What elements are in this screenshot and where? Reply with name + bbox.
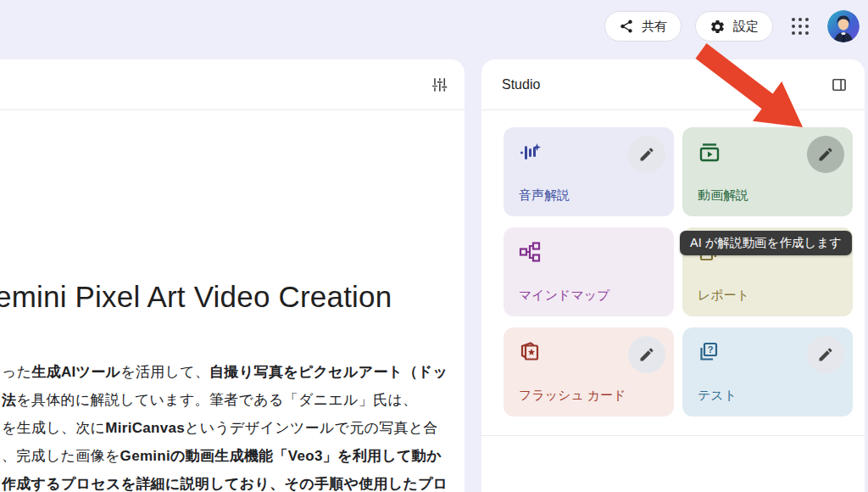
quiz-edit-button[interactable] <box>807 336 844 373</box>
document-panel-header <box>0 59 465 110</box>
studio-panel-header: Studio <box>481 59 865 110</box>
share-button[interactable]: 共有 <box>604 11 682 42</box>
card-audio-overview[interactable]: 音声解説 <box>504 127 674 216</box>
card-flashcards-label: フラッシュ カード <box>519 388 626 404</box>
audio-waveform-sparkle-icon <box>519 141 542 168</box>
audio-overview-edit-button[interactable] <box>628 136 665 173</box>
card-flashcards[interactable]: フラッシュ カード <box>504 327 674 417</box>
flashcards-edit-button[interactable] <box>628 336 665 373</box>
card-mindmap[interactable]: マインドマップ <box>504 227 674 316</box>
share-icon <box>619 19 634 34</box>
card-quiz[interactable]: ? テスト <box>682 327 853 417</box>
settings-button-label: 設定 <box>733 19 759 35</box>
document-summary-text: った生成AIツールを活用して、自撮り写真をピクセルアート（ドッ法を具体的に解説し… <box>2 358 465 492</box>
card-audio-overview-label: 音声解説 <box>519 187 570 204</box>
share-button-label: 共有 <box>642 19 667 35</box>
split-view-icon[interactable] <box>827 73 851 97</box>
document-panel: emini Pixel Art Video Creation った生成AIツール… <box>0 59 465 492</box>
quiz-cards-icon: ? <box>698 341 720 366</box>
studio-divider <box>481 435 865 436</box>
card-quiz-label: テスト <box>698 388 737 404</box>
video-overview-edit-button[interactable] <box>807 136 844 173</box>
video-overview-tooltip: AI が解説動画を作成します <box>680 231 852 255</box>
document-title: emini Pixel Art Video Creation <box>0 280 392 314</box>
card-mindmap-label: マインドマップ <box>519 288 609 304</box>
top-bar: 共有 設定 <box>0 0 868 53</box>
gear-icon <box>709 19 726 35</box>
card-report-label: レポート <box>698 288 749 304</box>
studio-panel-title: Studio <box>502 77 540 92</box>
card-video-overview[interactable]: 動画解説 <box>682 127 853 216</box>
avatar[interactable] <box>827 10 860 42</box>
card-video-overview-label: 動画解説 <box>698 187 748 204</box>
tune-sliders-icon[interactable] <box>427 73 451 97</box>
settings-button[interactable]: 設定 <box>695 11 773 42</box>
video-playlist-icon <box>698 141 721 168</box>
mindmap-icon <box>519 241 541 266</box>
google-apps-grid-icon[interactable] <box>790 16 810 36</box>
svg-text:?: ? <box>708 344 714 355</box>
studio-panel: Studio 音声解説 <box>481 59 865 492</box>
flashcards-star-icon <box>519 341 541 366</box>
